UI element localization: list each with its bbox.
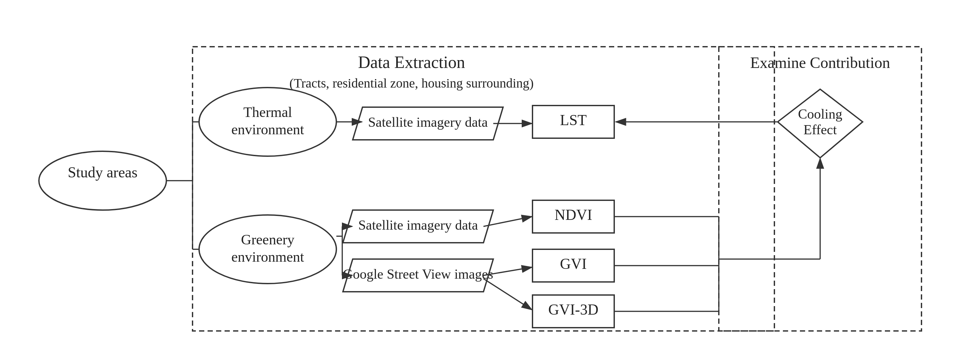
thermal-env-label-2: environment xyxy=(231,121,304,138)
cooling-effect-label-2: Effect xyxy=(803,122,837,137)
svg-point-2 xyxy=(39,151,166,210)
ndvi-label: NDVI xyxy=(555,207,592,223)
thermal-env-label-1: Thermal xyxy=(243,104,292,120)
examine-contribution-title: Examine Contribution xyxy=(750,54,890,71)
cooling-effect-label-1: Cooling xyxy=(798,107,842,121)
google-street-view-label: Google Street View images xyxy=(343,267,493,281)
data-extraction-subtitle: (Tracts, residential zone, housing surro… xyxy=(289,76,533,91)
gvi-label: GVI xyxy=(560,256,587,272)
greenery-env-label-1: Greenery xyxy=(241,232,294,248)
satellite-data-2-label: Satellite imagery data xyxy=(358,218,478,232)
satellite-data-1-label: Satellite imagery data xyxy=(368,115,488,130)
svg-line-21 xyxy=(484,279,532,310)
diagram-container: Data Extraction (Tracts, residential zon… xyxy=(32,21,948,341)
gvi-3d-label: GVI-3D xyxy=(548,301,598,318)
study-areas-label: Study areas xyxy=(68,164,137,181)
greenery-env-label-2: environment xyxy=(231,249,304,265)
lst-label: LST xyxy=(560,112,587,129)
data-extraction-title: Data Extraction xyxy=(358,53,465,72)
